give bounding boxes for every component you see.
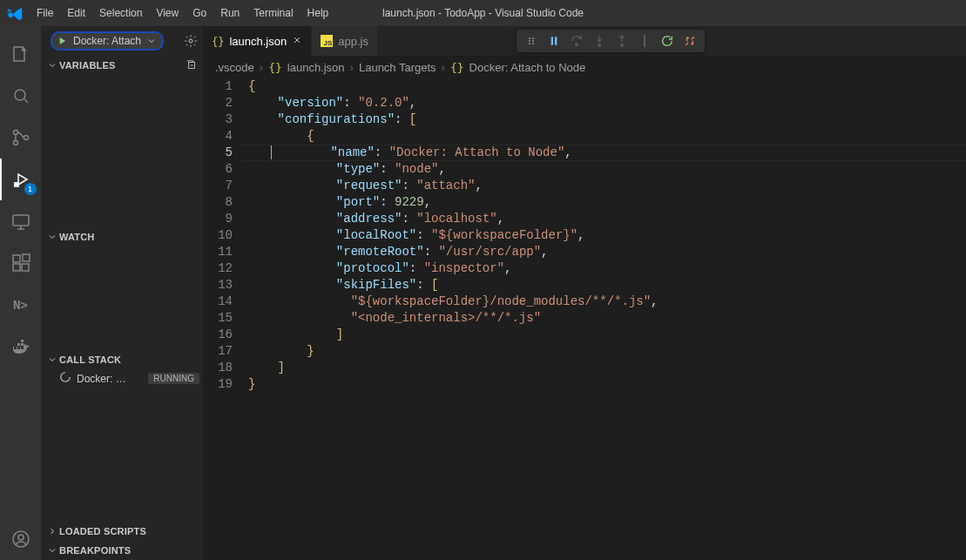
svg-point-0 (15, 90, 25, 100)
svg-rect-5 (13, 215, 29, 226)
breadcrumbs[interactable]: .vscode › {} launch.json › Launch Target… (203, 56, 966, 78)
callstack-item-label: Docker: … (77, 373, 126, 385)
debug-restart-icon[interactable] (656, 30, 679, 52)
vscode-logo-icon (7, 5, 23, 21)
chevron-right-icon: › (350, 61, 354, 74)
menu-view[interactable]: View (149, 0, 186, 26)
section-callstack-header[interactable]: CALL STACK (42, 350, 203, 369)
editor-tabs: launch.json JS app.js (203, 26, 966, 56)
tab-app-js[interactable]: JS app.js (312, 26, 378, 56)
activity-extensions-icon[interactable] (0, 242, 42, 284)
collapse-all-icon[interactable] (186, 59, 203, 71)
activity-docker-icon[interactable] (0, 326, 42, 368)
section-loaded-scripts-label: LOADED SCRIPTS (59, 526, 146, 536)
menu-items: File Edit Selection View Go Run Terminal… (30, 0, 335, 26)
chevron-down-icon (45, 545, 59, 556)
activity-search-icon[interactable] (0, 75, 42, 117)
svg-point-3 (24, 136, 28, 140)
open-launch-json-icon[interactable] (184, 34, 198, 48)
variables-body (42, 75, 203, 228)
svg-point-11 (18, 535, 24, 540)
svg-rect-20 (551, 37, 553, 44)
menu-bar: File Edit Selection View Go Run Terminal… (0, 0, 966, 26)
start-debug-icon[interactable] (56, 35, 68, 47)
json-file-icon (212, 35, 224, 48)
debug-step-out-icon[interactable] (611, 30, 633, 52)
section-variables-header[interactable]: VARIABLES (42, 56, 203, 75)
toolbar-separator (633, 30, 656, 52)
tab-label: app.js (338, 35, 368, 48)
svg-point-14 (529, 37, 530, 39)
debug-disconnect-icon[interactable] (679, 30, 701, 52)
section-watch-header[interactable]: WATCH (42, 228, 203, 246)
svg-rect-6 (13, 255, 20, 262)
svg-point-1 (13, 131, 17, 135)
activity-remote-icon[interactable] (0, 200, 42, 242)
menu-help[interactable]: Help (301, 0, 336, 26)
menu-selection[interactable]: Selection (92, 0, 149, 26)
editor[interactable]: 1 2 3 4 5 6 7 8 9 10 11 12 13 14 15 16 1… (203, 78, 966, 560)
tab-launch-json[interactable]: launch.json (203, 26, 312, 56)
code-content[interactable]: { "version": "0.2.0", "configurations": … (248, 78, 966, 560)
chevron-right-icon: › (442, 61, 445, 74)
menu-go[interactable]: Go (186, 0, 213, 26)
debug-pause-icon[interactable] (543, 30, 565, 52)
activity-debug-icon[interactable]: 1 (0, 159, 42, 200)
tab-label: launch.json (229, 35, 287, 48)
menu-edit[interactable]: Edit (60, 0, 92, 26)
breadcrumb-seg[interactable]: launch.json (287, 61, 345, 74)
svg-rect-25 (645, 35, 645, 47)
chevron-down-icon (45, 232, 59, 242)
svg-point-16 (529, 43, 530, 44)
svg-point-22 (576, 44, 578, 46)
drag-handle-icon[interactable] (520, 30, 543, 52)
activity-nx-icon[interactable]: N> (0, 284, 42, 326)
chevron-down-icon (45, 60, 59, 71)
chevron-right-icon: › (260, 61, 263, 74)
section-watch-label: WATCH (59, 232, 95, 242)
svg-rect-8 (22, 264, 29, 271)
section-breakpoints-header[interactable]: BREAKPOINTS (42, 541, 203, 560)
loading-spinner-icon (59, 371, 71, 386)
watch-body (42, 246, 203, 350)
breadcrumb-seg[interactable]: Launch Targets (359, 61, 436, 74)
svg-point-23 (598, 44, 601, 46)
svg-point-19 (532, 43, 534, 44)
menu-terminal[interactable]: Terminal (247, 0, 300, 26)
svg-rect-7 (13, 264, 20, 271)
breadcrumb-seg[interactable]: Docker: Attach to Node (469, 61, 586, 74)
callstack-status-badge: RUNNING (148, 373, 199, 384)
section-callstack-label: CALL STACK (59, 354, 121, 365)
chevron-down-icon (146, 36, 157, 46)
chevron-right-icon (47, 524, 57, 538)
svg-point-2 (13, 141, 17, 145)
svg-point-18 (532, 40, 534, 42)
chevron-down-icon (45, 354, 59, 365)
menu-run[interactable]: Run (213, 0, 247, 26)
debug-badge: 1 (24, 183, 37, 195)
svg-point-24 (621, 44, 624, 46)
svg-rect-9 (23, 254, 30, 261)
debug-toolbar[interactable] (517, 30, 705, 52)
json-braces-icon: {} (268, 61, 282, 74)
js-file-icon: JS (321, 35, 333, 47)
section-loaded-scripts-header[interactable]: LOADED SCRIPTS (42, 522, 203, 541)
activity-explorer-icon[interactable] (0, 33, 42, 75)
activity-scm-icon[interactable] (0, 117, 42, 159)
launch-config-label: Docker: Attach (73, 35, 141, 47)
activity-bar: 1 N> (0, 26, 42, 560)
section-breakpoints-label: BREAKPOINTS (59, 545, 131, 556)
launch-config-selector[interactable]: Docker: Attach (51, 31, 164, 51)
section-variables-label: VARIABLES (59, 60, 116, 71)
svg-point-15 (529, 40, 530, 42)
debug-step-over-icon[interactable] (565, 30, 588, 52)
menu-file[interactable]: File (30, 0, 60, 26)
callstack-item[interactable]: Docker: … RUNNING (42, 369, 203, 388)
json-braces-icon: {} (450, 61, 464, 74)
svg-rect-21 (555, 37, 557, 44)
debug-side-panel: Docker: Attach VARIABLES (42, 26, 203, 560)
breadcrumb-seg[interactable]: .vscode (215, 61, 254, 74)
debug-step-into-icon[interactable] (588, 30, 611, 52)
close-tab-icon[interactable] (292, 35, 302, 48)
activity-accounts-icon[interactable] (0, 518, 42, 560)
